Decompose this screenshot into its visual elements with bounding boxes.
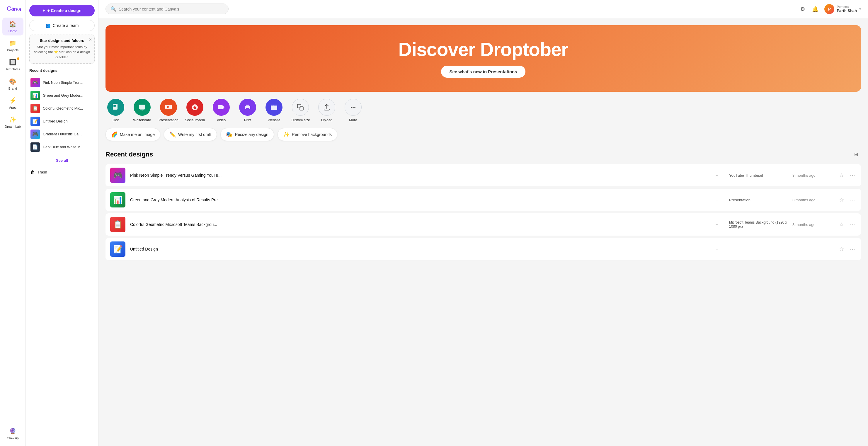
list-item[interactable]: 🎮 Gradient Futuristic Ga... <box>29 128 95 141</box>
recent-thumb: 📄 <box>30 142 40 152</box>
more-options-button[interactable]: ⋯ <box>849 195 856 204</box>
design-type-whiteboard[interactable]: Whiteboard <box>132 99 152 122</box>
search-bar[interactable]: 🔍 <box>105 3 228 14</box>
svg-rect-3 <box>114 106 116 107</box>
sidebar-item-projects[interactable]: 📁 Projects <box>2 37 24 55</box>
list-item[interactable]: 🎮 Pink Neon Simple Tren... <box>29 76 95 89</box>
user-profile[interactable]: P Personal Parth Shah ▾ <box>824 4 861 14</box>
print-icon <box>239 99 256 116</box>
user-name: Parth Shah <box>837 8 857 13</box>
table-row[interactable]: 🎮 Pink Neon Simple Trendy Versus Gaming … <box>105 164 861 186</box>
plus-icon: + <box>42 8 45 13</box>
list-item[interactable]: 📊 Green and Grey Moder... <box>29 89 95 102</box>
recent-title: Recent designs <box>29 68 95 73</box>
design-type-upload[interactable]: Upload <box>316 99 337 122</box>
create-team-button[interactable]: 👥 Create a team <box>29 20 95 31</box>
custom-icon <box>292 99 309 116</box>
star-button[interactable]: ☆ <box>838 171 845 180</box>
resize-chip[interactable]: 🎭 Resize any design <box>220 128 274 141</box>
view-toggle-button[interactable]: ⊞ <box>851 149 861 159</box>
sidebar-item-home[interactable]: 🏠 Home <box>2 18 24 35</box>
trash-icon: 🗑 <box>30 170 35 175</box>
settings-button[interactable]: ⚙ <box>799 5 806 13</box>
upload-icon <box>318 99 335 116</box>
list-item[interactable]: 📄 Dark Blue and White M... <box>29 141 95 154</box>
design-type-more[interactable]: More <box>343 99 363 122</box>
recent-thumb: 🎮 <box>30 129 40 139</box>
design-type-presentation[interactable]: Presentation <box>158 99 179 122</box>
design-dash: -- <box>716 173 724 178</box>
star-button[interactable]: ☆ <box>838 195 845 204</box>
grid-icon: ⊞ <box>854 152 858 157</box>
search-input[interactable] <box>119 7 224 11</box>
section-header: Recent designs ⊞ <box>105 149 861 159</box>
sidebar-item-glowup[interactable]: 🔮 Glow up <box>2 424 24 443</box>
design-type-label: YouTube Thumbnail <box>729 173 788 178</box>
svg-point-21 <box>351 107 352 108</box>
create-design-button[interactable]: + + Create a design <box>29 5 95 17</box>
design-dash: -- <box>716 247 724 251</box>
recent-item-name: Pink Neon Simple Tren... <box>43 81 83 85</box>
canva-logo[interactable]: Ca nva <box>6 3 20 13</box>
design-thumb: 📊 <box>110 192 125 208</box>
gear-icon: ⚙ <box>800 6 805 12</box>
social-icon <box>186 99 204 116</box>
remove-bg-label: Remove backgrounds <box>292 132 332 137</box>
create-design-label: + Create a design <box>47 8 81 13</box>
design-type-custom[interactable]: Custom size <box>290 99 311 122</box>
more-options-button[interactable]: ⋯ <box>849 220 856 229</box>
chevron-down-icon: ▾ <box>859 7 861 11</box>
tip-text: Star your most important items by select… <box>33 44 91 60</box>
doc-icon <box>107 99 124 116</box>
write-draft-chip[interactable]: ✏️ Write my first draft <box>164 128 217 141</box>
more-options-button[interactable]: ⋯ <box>849 245 856 253</box>
more-options-button[interactable]: ⋯ <box>849 171 856 180</box>
star-button[interactable]: ☆ <box>838 245 845 253</box>
list-item[interactable]: 📝 Untitled Design <box>29 115 95 128</box>
table-row[interactable]: 📋 Colorful Geometric Microsoft Teams Bac… <box>105 213 861 235</box>
notifications-button[interactable]: 🔔 <box>811 5 820 13</box>
sidebar-item-dreamlab[interactable]: ✨ Dream Lab <box>2 113 24 131</box>
list-item[interactable]: 📋 Colorful Geometric Mic... <box>29 102 95 115</box>
table-row[interactable]: 📊 Green and Grey Modern Analysis of Resu… <box>105 189 861 211</box>
trash-item[interactable]: 🗑 Trash <box>29 167 95 177</box>
design-type-print[interactable]: Print <box>237 99 258 122</box>
sidebar: Ca nva 🏠 Home 📁 Projects 🔲 Templates 🎨 B… <box>0 0 26 446</box>
website-icon <box>266 99 282 116</box>
sidebar-item-label: Apps <box>9 106 17 109</box>
sidebar-item-label: Templates <box>5 67 20 71</box>
hero-cta-button[interactable]: See what's new in Presentations <box>441 66 525 78</box>
remove-bg-chip[interactable]: ✨ Remove backgrounds <box>278 128 337 141</box>
ai-chips-row: 🌈 Make me an image ✏️ Write my first dra… <box>98 122 868 141</box>
star-button[interactable]: ☆ <box>838 220 845 229</box>
design-type-social[interactable]: Social media <box>185 99 205 122</box>
user-plan: Personal <box>837 5 857 8</box>
make-image-label: Make me an image <box>120 132 155 137</box>
design-type-video[interactable]: Video <box>211 99 231 122</box>
website-label: Website <box>268 118 280 122</box>
write-draft-label: Write my first draft <box>178 132 211 137</box>
sidebar-item-label: Projects <box>7 49 19 52</box>
svg-point-18 <box>273 105 273 106</box>
recent-thumb: 🎮 <box>30 78 40 87</box>
design-type-doc[interactable]: Doc <box>105 99 126 122</box>
sidebar-item-brand[interactable]: 🎨 Brand <box>2 75 24 93</box>
svg-point-23 <box>354 107 355 108</box>
sidebar-item-templates[interactable]: 🔲 Templates <box>2 56 24 73</box>
svg-point-17 <box>272 105 272 106</box>
close-tip-button[interactable]: ✕ <box>89 37 92 42</box>
design-actions: ☆ ⋯ <box>838 171 856 180</box>
make-image-chip[interactable]: 🌈 Make me an image <box>105 128 160 141</box>
topbar-right: ⚙ 🔔 P Personal Parth Shah ▾ <box>799 4 861 14</box>
see-all-link[interactable]: See all <box>29 157 95 164</box>
sidebar-item-apps[interactable]: ⚡ Apps <box>2 94 24 112</box>
design-dash: -- <box>716 197 724 202</box>
table-row[interactable]: 📝 Untitled Design -- ☆ ⋯ <box>105 238 861 260</box>
write-draft-icon: ✏️ <box>169 131 176 138</box>
design-date: 3 months ago <box>793 198 833 202</box>
video-icon <box>213 99 230 116</box>
design-name: Untitled Design <box>130 247 711 251</box>
design-type-website[interactable]: Website <box>264 99 284 122</box>
glowup-icon: 🔮 <box>9 427 17 435</box>
section-title: Recent designs <box>105 151 153 158</box>
